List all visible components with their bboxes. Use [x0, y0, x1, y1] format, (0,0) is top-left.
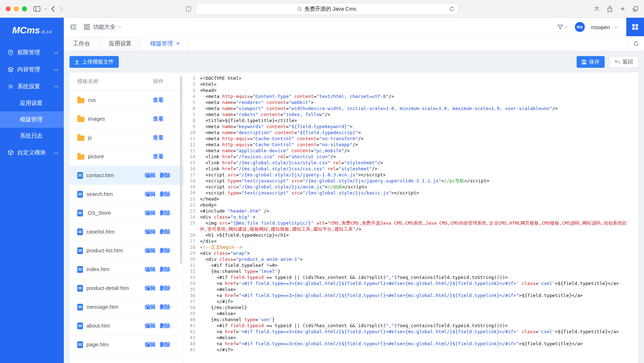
table-row[interactable]: about.htm 编辑删除 — [69, 317, 183, 335]
edit-link[interactable]: 编辑 — [145, 285, 156, 292]
delete-link[interactable]: 删除 — [160, 172, 170, 179]
edit-link[interactable]: 编辑 — [145, 266, 156, 273]
table-row[interactable]: caselist.htm 编辑删除 — [69, 222, 183, 241]
table-row[interactable]: js 查看 — [69, 128, 183, 147]
code-line[interactable]: 13 <meta name="applicable-device" conten… — [184, 148, 638, 154]
code-line[interactable]: 11 <meta http-equiv="Cache-Control" cont… — [184, 136, 638, 142]
view-link[interactable]: 查看 — [153, 134, 164, 141]
sidebar-subitem-template-manage[interactable]: 模版管理 — [0, 111, 64, 128]
new-tab-icon[interactable]: + — [620, 5, 625, 13]
code-line[interactable]: 29<div class="wrap"> — [184, 250, 638, 256]
view-link[interactable]: 查看 — [153, 116, 164, 122]
code-line[interactable]: 44 <a href="<#if field.type==3>{ms:globa… — [184, 341, 638, 347]
code-line[interactable]: 23<#include "header.htm" /> — [184, 208, 638, 214]
table-row[interactable]: .DS_Store 编辑删除 — [69, 204, 183, 222]
code-line[interactable]: 3<head> — [184, 87, 638, 93]
close-icon[interactable]: × — [176, 41, 179, 46]
code-editor[interactable]: 1<!DOCTYPE html>2<html>3<head>4 <meta ht… — [184, 72, 638, 363]
code-line[interactable]: 25 <img src="{@ms:file field.typelitpic/… — [184, 220, 638, 232]
code-line[interactable]: 38 {/ms:channel} — [184, 304, 638, 310]
code-line[interactable]: 33 <#if field.typeid == typeid || (ids?h… — [184, 274, 638, 280]
delete-link[interactable]: 删除 — [160, 266, 170, 273]
delete-link[interactable]: 删除 — [160, 247, 170, 254]
code-line[interactable]: 2<html> — [184, 81, 638, 87]
code-line[interactable]: 39 <#else> — [184, 310, 638, 317]
sidebar-item-permissions[interactable]: 权限管理 — [0, 44, 64, 61]
sidebar-subitem-system-log[interactable]: 系统日志 — [0, 128, 64, 144]
code-line[interactable]: 10 <meta name="description" content="${f… — [184, 130, 638, 136]
window-close-button[interactable] — [6, 6, 11, 11]
table-row[interactable]: css 查看 — [69, 91, 183, 110]
sidebar-subitem-app-settings[interactable]: 应用设置 — [0, 95, 64, 111]
code-line[interactable]: 34 <a href='<#if field.type==3>{ms:globa… — [184, 280, 638, 286]
code-line[interactable]: 43 <#else> — [184, 335, 638, 341]
code-line[interactable]: 18 <script type="text/javascript" src="/… — [184, 178, 638, 184]
table-row[interactable]: picture 查看 — [69, 147, 183, 166]
code-line[interactable]: 22<body> — [184, 202, 638, 208]
forward-button[interactable] — [59, 6, 63, 12]
code-line[interactable]: 35 <#else> — [184, 286, 638, 292]
edit-link[interactable]: 编辑 — [145, 341, 156, 348]
table-row[interactable]: product-list.htm 编辑删除 — [69, 241, 183, 260]
delete-link[interactable]: 删除 — [160, 191, 170, 198]
share-icon[interactable] — [607, 6, 612, 12]
sidebar-item-custom-module[interactable]: 自定义模块 — [0, 144, 64, 161]
code-line[interactable]: 8 <title>${field.typetitle}</title> — [184, 117, 638, 123]
upload-template-button[interactable]: 上传模板文件 — [69, 56, 119, 68]
table-row[interactable]: index.htm 编辑删除 — [69, 260, 183, 279]
code-line[interactable]: 5 <meta name="renderer" content="webkit"… — [184, 99, 638, 105]
scrollbar-thumb[interactable] — [180, 76, 182, 264]
window-minimize-button[interactable] — [14, 6, 19, 11]
edit-link[interactable]: 编辑 — [145, 323, 156, 329]
code-line[interactable]: 37 </#if> — [184, 298, 638, 304]
table-row[interactable]: page.htm 编辑删除 — [69, 335, 183, 354]
edit-link[interactable]: 编辑 — [145, 229, 156, 235]
chevron-down-icon[interactable] — [615, 25, 617, 28]
delete-link[interactable]: 删除 — [160, 210, 170, 216]
code-line[interactable]: 9 <meta name="keywords" content="${field… — [184, 123, 638, 130]
sidebar-item-system-settings[interactable]: 系统设置 — [0, 78, 64, 95]
code-line[interactable]: 19 <script src="/{ms:global.style/}js/an… — [184, 184, 638, 190]
delete-link[interactable]: 删除 — [160, 229, 170, 235]
edit-link[interactable]: 编辑 — [145, 210, 156, 216]
table-row[interactable]: search.htm 编辑删除 — [69, 185, 183, 204]
back-button-toolbar[interactable]: 返回 — [609, 56, 638, 68]
code-line[interactable]: 31 <#if field.typeleaf !=0> — [184, 262, 638, 268]
view-link[interactable]: 查看 — [153, 153, 164, 160]
table-row[interactable]: message.htm 编辑删除 — [69, 298, 183, 317]
privacy-shield-icon[interactable] — [186, 6, 191, 12]
code-line[interactable]: 45 </#if> — [184, 347, 638, 353]
code-line[interactable]: 6 <meta name="viewport" content="width=d… — [184, 105, 638, 111]
user-name[interactable]: msopen — [591, 24, 610, 30]
back-button[interactable] — [51, 6, 55, 12]
function-menu[interactable]: 功能大全 — [84, 23, 121, 31]
edit-link[interactable]: 编辑 — [145, 191, 156, 198]
code-line[interactable]: 28<!--正文begin--> — [184, 244, 638, 250]
tab-app-settings[interactable]: 应用设置 — [100, 37, 141, 51]
table-row[interactable]: product-detail.htm 编辑删除 — [69, 279, 183, 298]
sidebar-item-content[interactable]: 内容管理 — [0, 61, 64, 78]
code-line[interactable]: 40 {ms:channel type='son'} — [184, 317, 638, 323]
code-line[interactable]: 21</head> — [184, 196, 638, 202]
code-line[interactable]: 4 <meta http-equiv="Content-Type" conten… — [184, 93, 638, 99]
sidebar-toggle-icon[interactable] — [33, 6, 40, 12]
code-line[interactable]: 41 <#if field.typeid == typeid || (ids?h… — [184, 323, 638, 329]
code-line[interactable]: 24<div class="o_big" > — [184, 214, 638, 220]
edit-link[interactable]: 编辑 — [145, 172, 156, 179]
window-zoom-button[interactable] — [22, 6, 27, 11]
table-row[interactable]: contact.htm 编辑删除 — [69, 166, 183, 185]
text-size-icon[interactable]: 大 — [594, 5, 599, 12]
delete-link[interactable]: 删除 — [160, 304, 170, 310]
delete-link[interactable]: 删除 — [160, 323, 170, 329]
code-line[interactable]: 12 <meta http-equiv="Cache-Control" cont… — [184, 142, 638, 148]
save-button[interactable]: 保存 — [577, 56, 605, 68]
code-line[interactable]: 26 <h1 >${field.typedescrip}</h1> — [184, 232, 638, 238]
tab-workbench[interactable]: 工作台 — [64, 37, 100, 51]
delete-link[interactable]: 删除 — [160, 285, 170, 292]
table-row[interactable]: images 查看 — [69, 110, 183, 128]
code-line[interactable]: 36 <a href="<#if field.type==3>{ms:globa… — [184, 292, 638, 298]
code-line[interactable]: 32 {ms:channel type='level'} — [184, 268, 638, 274]
code-line[interactable]: 42 <a href='<#if field.type==3>{ms:globa… — [184, 329, 638, 335]
tab-template-manage[interactable]: 模版管理 × — [141, 37, 189, 51]
edit-link[interactable]: 编辑 — [145, 304, 156, 310]
